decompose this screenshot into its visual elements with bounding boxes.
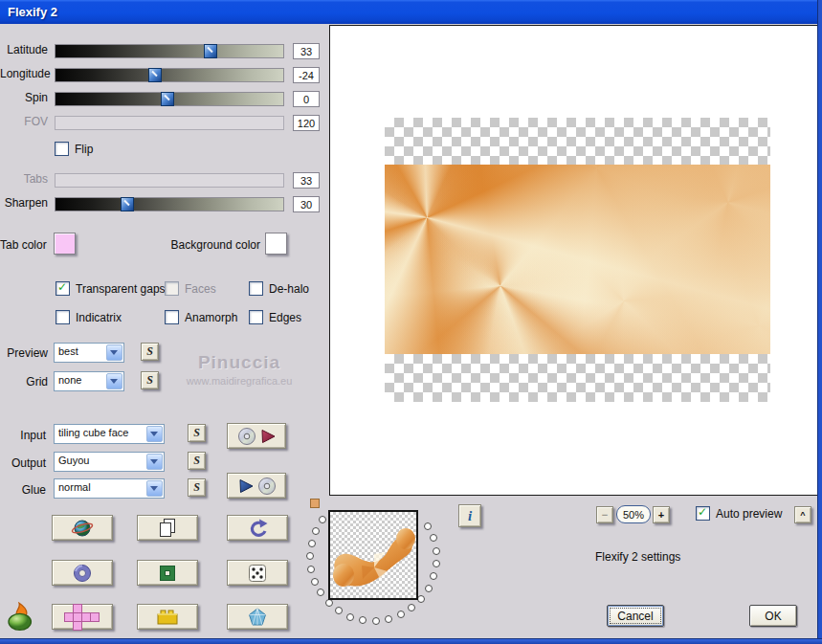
gem-icon — [246, 606, 269, 629]
blue-play-icon — [237, 477, 255, 495]
zoom-in-button[interactable]: + — [653, 506, 670, 523]
preview-select-label: Preview — [0, 346, 48, 360]
indicatrix-checkbox[interactable]: ✓ — [56, 310, 70, 324]
watermark-name: Pinuccia — [163, 352, 316, 373]
chevron-down-icon[interactable] — [146, 426, 163, 442]
spin-label: Spin — [0, 92, 48, 104]
grid-select[interactable]: none — [54, 371, 124, 391]
cube-net-button[interactable] — [52, 604, 113, 630]
longitude-slider[interactable] — [55, 68, 284, 82]
background-color-swatch[interactable] — [265, 233, 287, 255]
chevron-down-icon[interactable] — [106, 344, 122, 361]
ring-dot — [317, 588, 324, 596]
flame-pear-icon — [6, 602, 36, 631]
longitude-value-field[interactable]: -24 — [293, 67, 320, 83]
torus-button[interactable] — [52, 560, 113, 586]
output-select-label: Output — [0, 456, 46, 470]
spin-slider-thumb[interactable] — [161, 92, 174, 106]
tab-color-swatch[interactable] — [54, 233, 76, 255]
input-select[interactable]: tiling cube face — [54, 424, 165, 444]
ring-dot — [311, 578, 319, 586]
ok-button[interactable]: OK — [749, 605, 797, 627]
flip-label: Flip — [75, 143, 93, 156]
status-text: Flexify 2 settings — [595, 550, 680, 564]
de-halo-checkbox[interactable]: ✓ — [249, 281, 263, 296]
sharpen-slider-thumb[interactable] — [121, 197, 134, 211]
torus-icon — [71, 562, 94, 585]
cd-disc-icon — [237, 427, 256, 446]
grid-s-button[interactable]: S — [141, 371, 159, 389]
transparent-gaps-checkbox[interactable]: ✓ — [56, 281, 70, 296]
preview-s-button[interactable]: S — [141, 343, 159, 361]
load-settings-button[interactable] — [227, 473, 286, 499]
glue-select[interactable]: normal — [54, 478, 165, 499]
sharpen-slider[interactable] — [55, 197, 284, 211]
zoom-out-button[interactable]: − — [596, 506, 613, 523]
latitude-value-field[interactable]: 33 — [293, 43, 320, 59]
input-s-button[interactable]: S — [188, 424, 206, 442]
red-play-icon — [259, 428, 277, 445]
tabs-value-field[interactable]: 33 — [293, 172, 320, 189]
watermark-url: www.maidiregrafica.eu — [163, 375, 316, 387]
random-dice-button[interactable] — [227, 560, 288, 586]
preview-select[interactable]: best — [54, 343, 124, 363]
ring-dot — [335, 607, 343, 614]
flip-checkbox-row: ✓ Flip — [55, 142, 93, 156]
preview-thumbnail[interactable] — [328, 510, 418, 600]
anamorph-label: Anamorph — [185, 311, 237, 324]
ring-dot — [397, 611, 405, 618]
fov-value-field[interactable]: 120 — [293, 115, 320, 131]
undo-button[interactable] — [227, 515, 288, 541]
tabs-label: Tabs — [0, 173, 48, 186]
glue-select-value: normal — [58, 481, 91, 493]
ring-dot — [433, 547, 440, 555]
gem-button[interactable] — [227, 604, 288, 630]
de-halo-label: De-halo — [269, 282, 309, 296]
longitude-slider-thumb[interactable] — [148, 68, 162, 82]
output-s-button[interactable]: S — [188, 452, 206, 470]
glue-color-chip[interactable] — [310, 499, 320, 508]
latitude-slider[interactable] — [55, 44, 284, 58]
ring-dot — [417, 595, 425, 603]
flip-checkbox[interactable]: ✓ — [55, 142, 69, 156]
lego-brick-icon — [155, 606, 180, 629]
auto-preview-checkbox[interactable]: ✓ — [696, 506, 710, 521]
auto-preview-label: Auto preview — [716, 507, 782, 521]
copy-button[interactable] — [137, 515, 198, 541]
grid-select-value: none — [58, 374, 81, 386]
info-icon: i — [468, 508, 472, 524]
transparent-band-top — [385, 118, 770, 165]
info-button[interactable]: i — [458, 504, 481, 527]
save-settings-button[interactable] — [227, 423, 286, 449]
edges-checkbox[interactable]: ✓ — [249, 310, 263, 324]
ring-dot — [408, 604, 415, 611]
window-border-right — [817, 0, 822, 644]
de-halo-row: ✓ De-halo — [249, 281, 309, 296]
check-icon: ✓ — [698, 505, 707, 519]
anamorph-row: ✓ Anamorph — [165, 310, 237, 324]
collapse-button[interactable]: ^ — [794, 506, 811, 523]
chevron-down-icon[interactable] — [146, 454, 163, 470]
chevron-down-icon[interactable] — [106, 373, 122, 389]
square-ring-button[interactable] — [137, 560, 198, 586]
cancel-button[interactable]: Cancel — [607, 605, 664, 627]
glue-s-button[interactable]: S — [188, 478, 206, 497]
transparent-band-bottom — [385, 354, 770, 402]
zoom-level[interactable]: 50% — [616, 505, 651, 523]
anamorph-checkbox[interactable]: ✓ — [165, 310, 179, 324]
planet-button[interactable] — [52, 515, 113, 541]
thumbnail-swirl-art — [330, 512, 416, 598]
spin-slider[interactable] — [55, 92, 284, 106]
ring-dot — [325, 599, 333, 607]
chevron-down-icon[interactable] — [146, 480, 163, 497]
spin-value-field[interactable]: 0 — [293, 91, 320, 107]
latitude-slider-thumb[interactable] — [204, 44, 217, 58]
title-bar[interactable]: Flexify 2 — [0, 0, 822, 24]
edges-label: Edges — [269, 311, 301, 324]
cd-disc-icon — [257, 477, 277, 496]
output-select[interactable]: Guyou — [54, 452, 165, 472]
sharpen-value-field[interactable]: 30 — [293, 196, 320, 212]
glue-select-label: Glue — [0, 483, 46, 497]
lego-brick-button[interactable] — [137, 604, 198, 630]
indicatrix-label: Indicatrix — [76, 311, 122, 324]
